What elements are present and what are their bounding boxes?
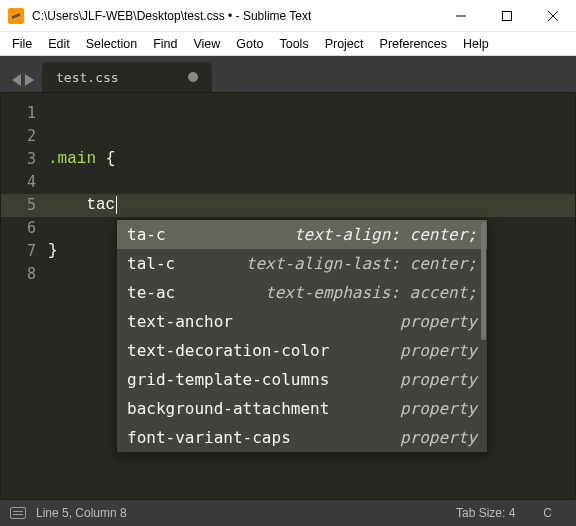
- status-tab-size[interactable]: Tab Size: 4: [442, 506, 529, 520]
- autocomplete-trigger: tal-c: [127, 249, 175, 278]
- line-number: 6: [0, 217, 48, 240]
- line-number: 1: [0, 102, 48, 125]
- autocomplete-hint: property: [329, 365, 477, 394]
- code-line[interactable]: [48, 102, 576, 125]
- autocomplete-hint: property: [329, 336, 477, 365]
- autocomplete-trigger: ta-c: [127, 220, 166, 249]
- autocomplete-item[interactable]: background-attachmentproperty: [117, 394, 487, 423]
- status-syntax[interactable]: C: [529, 506, 566, 520]
- menu-find[interactable]: Find: [145, 35, 185, 53]
- minimize-button[interactable]: [438, 0, 484, 31]
- status-position: Line 5, Column 8: [36, 506, 127, 520]
- autocomplete-item[interactable]: text-decoration-colorproperty: [117, 336, 487, 365]
- menu-help[interactable]: Help: [455, 35, 497, 53]
- autocomplete-hint: text-emphasis: accent;: [175, 278, 477, 307]
- menu-selection[interactable]: Selection: [78, 35, 145, 53]
- tab-test-css[interactable]: test.css: [42, 62, 212, 92]
- autocomplete-item[interactable]: grid-template-columnsproperty: [117, 365, 487, 394]
- autocomplete-trigger: font-variant-caps: [127, 423, 291, 452]
- menu-file[interactable]: File: [4, 35, 40, 53]
- sublime-app-icon: [8, 8, 24, 24]
- autocomplete-trigger: text-anchor: [127, 307, 233, 336]
- autocomplete-trigger: grid-template-columns: [127, 365, 329, 394]
- line-number: 5: [0, 194, 48, 217]
- autocomplete-hint: text-align-last: center;: [175, 249, 477, 278]
- autocomplete-hint: property: [329, 394, 477, 423]
- menu-tools[interactable]: Tools: [271, 35, 316, 53]
- line-number: 2: [0, 125, 48, 148]
- code-line[interactable]: [48, 171, 576, 194]
- line-number: 8: [0, 263, 48, 286]
- tab-prev-icon[interactable]: [12, 74, 21, 86]
- line-number: 7: [0, 240, 48, 263]
- svg-rect-1: [503, 11, 512, 20]
- line-number: 4: [0, 171, 48, 194]
- autocomplete-trigger: text-decoration-color: [127, 336, 329, 365]
- line-number: 3: [0, 148, 48, 171]
- autocomplete-item[interactable]: tal-ctext-align-last: center;: [117, 249, 487, 278]
- menu-view[interactable]: View: [185, 35, 228, 53]
- tabbar: test.css: [0, 56, 576, 92]
- gutter: 12345678: [0, 92, 48, 500]
- autocomplete-popup[interactable]: ta-ctext-align: center;tal-ctext-align-l…: [116, 219, 488, 453]
- autocomplete-item[interactable]: te-actext-emphasis: accent;: [117, 278, 487, 307]
- tab-dirty-indicator-icon: [188, 72, 198, 82]
- code-line[interactable]: .main {: [48, 148, 576, 171]
- menu-goto[interactable]: Goto: [228, 35, 271, 53]
- window-title: C:\Users\JLF-WEB\Desktop\test.css • - Su…: [32, 9, 438, 23]
- code-line[interactable]: tac: [48, 194, 576, 217]
- panel-switcher-icon[interactable]: [10, 507, 26, 519]
- autocomplete-item[interactable]: font-variant-capsproperty: [117, 423, 487, 452]
- autocomplete-scrollbar[interactable]: [481, 222, 486, 340]
- statusbar: Line 5, Column 8 Tab Size: 4 C: [0, 500, 576, 526]
- autocomplete-hint: text-align: center;: [166, 220, 477, 249]
- tab-next-icon[interactable]: [25, 74, 34, 86]
- autocomplete-trigger: background-attachment: [127, 394, 329, 423]
- titlebar: C:\Users\JLF-WEB\Desktop\test.css • - Su…: [0, 0, 576, 32]
- menubar: FileEditSelectionFindViewGotoToolsProjec…: [0, 32, 576, 56]
- close-button[interactable]: [530, 0, 576, 31]
- maximize-button[interactable]: [484, 0, 530, 31]
- menu-preferences[interactable]: Preferences: [372, 35, 455, 53]
- tab-label: test.css: [56, 70, 119, 85]
- window-controls: [438, 0, 576, 31]
- autocomplete-hint: property: [291, 423, 477, 452]
- code-line[interactable]: [48, 125, 576, 148]
- autocomplete-trigger: te-ac: [127, 278, 175, 307]
- autocomplete-item[interactable]: ta-ctext-align: center;: [117, 220, 487, 249]
- autocomplete-hint: property: [233, 307, 477, 336]
- menu-edit[interactable]: Edit: [40, 35, 78, 53]
- menu-project[interactable]: Project: [317, 35, 372, 53]
- autocomplete-item[interactable]: text-anchorproperty: [117, 307, 487, 336]
